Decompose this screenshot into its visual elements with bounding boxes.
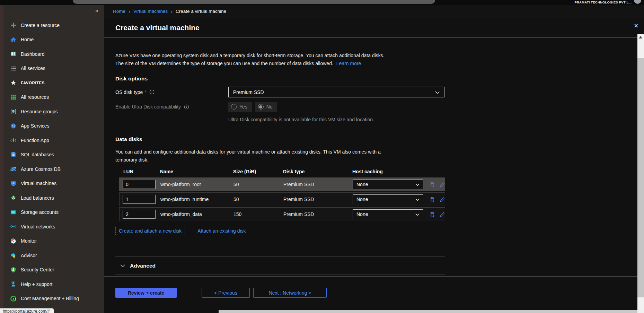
cosmos-db-icon: [10, 166, 17, 173]
col-name: Name: [160, 169, 233, 174]
close-icon[interactable]: ×: [634, 22, 638, 30]
app-services-icon: [10, 122, 17, 129]
attach-existing-disk-link[interactable]: Attach an existing disk: [197, 228, 246, 234]
avatar[interactable]: [634, 0, 641, 4]
table-header: LUN Name Size (GiB) Disk type Host cachi…: [119, 166, 445, 177]
divider: [115, 275, 445, 275]
virtual-networks-icon: [10, 223, 17, 230]
sidebar-item-app-services[interactable]: App Services: [3, 119, 104, 133]
edit-disk-icon[interactable]: [439, 211, 445, 217]
star-icon: [10, 79, 17, 86]
sidebar-item-create-a-resource[interactable]: Create a resource: [3, 18, 104, 33]
sidebar-item-all-resources[interactable]: All resources: [3, 90, 104, 105]
sidebar-nav: Create a resource Home Dashboard All ser…: [3, 18, 104, 306]
radio-no-circle: [258, 104, 264, 110]
sidebar-item-function-app[interactable]: Function App: [3, 133, 104, 148]
sidebar-item-favorites: FAVORITES: [3, 76, 104, 90]
sidebar-item-label: Azure Cosmos DB: [21, 166, 61, 172]
sidebar-item-virtual-networks[interactable]: Virtual networks: [3, 219, 104, 234]
disk-table-row: wmo-platform_runtime 50 Premium SSD None: [119, 192, 445, 206]
disk-type: Premium SSD: [283, 182, 353, 187]
breadcrumb: Home › Virtual machines › Create a virtu…: [104, 5, 644, 18]
delete-disk-icon[interactable]: [429, 211, 435, 217]
advanced-toggle[interactable]: Advanced: [115, 257, 440, 275]
sidebar-item-label: App Services: [21, 123, 49, 129]
os-disk-type-select[interactable]: Premium SSD: [228, 87, 444, 97]
intro-text: Azure VMs have one operating system disk…: [115, 52, 637, 67]
sidebar-item-dashboard[interactable]: Dashboard: [3, 47, 104, 61]
host-caching-select[interactable]: None: [353, 194, 423, 204]
lun-input[interactable]: [123, 195, 156, 204]
col-host-caching: Host caching: [352, 169, 426, 174]
os-disk-type-row: OS disk type* Premium SSD: [115, 87, 637, 97]
sidebar-item-label: Dashboard: [21, 51, 45, 57]
help-support-icon: [10, 281, 17, 288]
sidebar-collapse-icon[interactable]: «: [95, 8, 98, 14]
data-disks-description: You can add and configure additional dat…: [115, 148, 637, 164]
sidebar-item-azure-cosmos-db[interactable]: Azure Cosmos DB: [3, 162, 104, 176]
chevron-down-icon: [415, 182, 420, 187]
sidebar-item-label: Cost Management + Billing: [21, 296, 79, 301]
lun-input[interactable]: [123, 180, 156, 189]
sidebar-item-resource-groups[interactable]: Resource groups: [3, 104, 104, 119]
svg-text:$: $: [12, 297, 14, 300]
row-actions: [426, 181, 445, 188]
info-icon[interactable]: [149, 89, 155, 95]
disk-size: 150: [233, 211, 283, 217]
sidebar-item-advisor[interactable]: Advisor: [3, 248, 104, 263]
previous-button[interactable]: < Previous: [202, 288, 250, 298]
info-icon[interactable]: [183, 104, 189, 110]
security-center-icon: [10, 266, 17, 273]
edit-disk-icon[interactable]: [439, 196, 445, 202]
ultra-disk-row: Enable Ultra Disk compatibility Yes No: [115, 102, 637, 112]
global-search-input[interactable]: [73, 0, 435, 4]
vertical-scrollbar-thumb[interactable]: [637, 58, 644, 297]
sidebar-item-home[interactable]: Home: [3, 33, 104, 47]
learn-more-link[interactable]: Learn more: [336, 61, 361, 66]
create-attach-disk-link[interactable]: Create and attach a new disk: [115, 227, 185, 235]
breadcrumb-current: Create a virtual machine: [176, 9, 226, 14]
all-services-icon: [10, 65, 17, 72]
delete-disk-icon[interactable]: [429, 181, 435, 188]
function-app-icon: [10, 137, 17, 144]
vertical-scrollbar[interactable]: [637, 34, 644, 313]
ultra-disk-radio-group: Yes No: [228, 102, 279, 112]
blade-body: Azure VMs have one operating system disk…: [104, 51, 637, 276]
sidebar-item-cost-management-billing[interactable]: $ Cost Management + Billing: [3, 292, 104, 306]
edit-disk-icon[interactable]: [439, 181, 445, 188]
sidebar-item-storage-accounts[interactable]: Storage accounts: [3, 205, 104, 220]
disk-type: Premium SSD: [283, 197, 353, 202]
required-asterisk: *: [144, 89, 146, 95]
sidebar-item-label: Monitor: [21, 238, 37, 244]
delete-disk-icon[interactable]: [429, 196, 435, 202]
horizontal-scrollbar-thumb[interactable]: [219, 310, 637, 313]
host-caching-select[interactable]: None: [353, 209, 423, 219]
col-lun: LUN: [119, 169, 160, 174]
breadcrumb-virtual-machines[interactable]: Virtual machines: [133, 9, 168, 14]
disk-size: 50: [233, 197, 283, 202]
ultra-disk-label: Enable Ultra Disk compatibility: [115, 104, 228, 110]
sidebar-item-help-support[interactable]: Help + support: [3, 277, 104, 292]
sidebar-item-label: Security Center: [21, 267, 54, 272]
sidebar-item-load-balancers[interactable]: Load balancers: [3, 191, 104, 205]
sidebar-item-sql-databases[interactable]: SQL SQL databases: [3, 148, 104, 162]
chevron-down-icon: [415, 197, 420, 202]
sidebar-item-monitor[interactable]: Monitor: [3, 234, 104, 249]
sidebar-item-virtual-machines[interactable]: Virtual machines: [3, 176, 104, 191]
host-caching-select[interactable]: None: [353, 180, 423, 189]
review-create-button[interactable]: Review + create: [115, 288, 177, 298]
next-networking-button[interactable]: Next : Networking >: [253, 288, 327, 298]
breadcrumb-home[interactable]: Home: [113, 9, 125, 14]
sidebar: « Create a resource Home Dashboard All s…: [3, 5, 104, 313]
scroll-up-icon[interactable]: [639, 36, 642, 38]
top-bar: PRAMATI TECHNOLOGIES PVT L...: [0, 0, 644, 5]
row-actions: [426, 196, 445, 202]
status-bar-url: https://portal.azure.com/#: [0, 308, 54, 313]
sidebar-item-all-services[interactable]: All services: [3, 61, 104, 76]
lun-input[interactable]: [123, 210, 156, 219]
tenant-name[interactable]: PRAMATI TECHNOLOGIES PVT L...: [575, 0, 632, 4]
sidebar-item-security-center[interactable]: Security Center: [3, 263, 104, 277]
sidebar-item-label: Help + support: [21, 281, 52, 287]
sidebar-item-label: Virtual networks: [21, 224, 55, 229]
blade-header: Create a virtual machine ×: [104, 18, 644, 38]
